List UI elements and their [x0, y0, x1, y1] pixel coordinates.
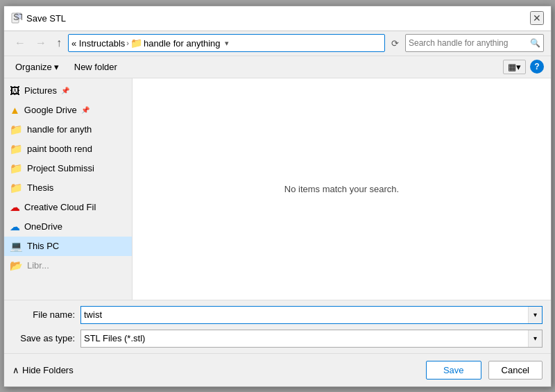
libraries-icon: 📂 [10, 259, 23, 272]
filename-input[interactable] [81, 309, 528, 320]
new-folder-button[interactable]: New folder [70, 60, 121, 74]
sidebar-item-creative-cloud[interactable]: ☁ Creative Cloud Fil [4, 198, 132, 217]
pictures-icon: 🖼 [10, 85, 20, 96]
sidebar-item-onedrive[interactable]: ☁ OneDrive [4, 217, 132, 237]
hide-folders-label: Hide Folders [22, 365, 74, 375]
folder-icon-project: 📁 [10, 162, 23, 175]
sidebar-item-project[interactable]: 📁 Project Submissi [4, 159, 132, 178]
organize-button[interactable]: Organize ▾ [11, 60, 63, 74]
cancel-button[interactable]: Cancel [488, 361, 543, 380]
content-area: No items match your search. [133, 78, 551, 300]
folder-icon-thesis: 📁 [10, 182, 23, 194]
savetype-select-wrapper: STL Files (*.stl) ▾ [80, 330, 543, 348]
organize-chevron: ▾ [54, 62, 59, 72]
breadcrumb-separator: › [126, 39, 129, 47]
creative-cloud-icon: ☁ [10, 201, 20, 214]
close-button[interactable]: ✕ [530, 11, 544, 25]
breadcrumb: « Instructabls › 📁 handle for anything [71, 37, 221, 49]
folder-icon: 📁 [130, 37, 142, 49]
empty-message: No items match your search. [284, 184, 399, 194]
sidebar: 🖼 Pictures 📌 ▲ Google Drive 📌 📁 handle f… [4, 78, 133, 300]
title-bar: STL Save STL ✕ [4, 6, 551, 31]
search-bar: 🔍 [405, 34, 544, 52]
savetype-dropdown[interactable]: ▾ [528, 330, 542, 347]
sidebar-item-thesis[interactable]: 📁 Thesis [4, 178, 132, 198]
main-content: 🖼 Pictures 📌 ▲ Google Drive 📌 📁 handle f… [4, 78, 551, 300]
stl-icon: STL [11, 12, 22, 24]
search-input[interactable] [409, 38, 530, 48]
action-bar-right: ▦ ▾ ? [503, 60, 544, 74]
view-button[interactable]: ▦ ▾ [503, 60, 526, 74]
footer: ∧ Hide Folders Save Cancel [4, 353, 551, 386]
filename-row: File name: ▾ [12, 306, 543, 324]
action-bar-left: Organize ▾ New folder [11, 60, 121, 74]
sidebar-item-this-pc[interactable]: 💻 This PC [4, 237, 132, 256]
address-bar: « Instructabls › 📁 handle for anything ▾ [68, 34, 385, 52]
folder-icon-handle: 📁 [10, 123, 23, 136]
sidebar-item-pictures[interactable]: 🖼 Pictures 📌 [4, 81, 132, 101]
footer-buttons: Save Cancel [426, 361, 543, 380]
filename-dropdown[interactable]: ▾ [528, 307, 542, 323]
sidebar-item-google-drive[interactable]: ▲ Google Drive 📌 [4, 101, 132, 120]
hide-folders-chevron: ∧ [12, 365, 19, 375]
filename-input-wrapper: ▾ [80, 306, 543, 324]
sidebar-item-libraries[interactable]: 📂 Libr... [4, 256, 132, 275]
this-pc-icon: 💻 [10, 240, 23, 253]
hide-folders-button[interactable]: ∧ Hide Folders [12, 365, 74, 375]
savetype-value: STL Files (*.stl) [81, 333, 528, 343]
pin-icon-2: 📌 [81, 106, 89, 114]
svg-text:STL: STL [13, 12, 22, 22]
back-button[interactable]: ← [11, 35, 29, 51]
save-button[interactable]: Save [426, 361, 481, 380]
sidebar-item-paint-booth[interactable]: 📁 paint booth rend [4, 139, 132, 159]
toolbar: ← → ↑ « Instructabls › 📁 handle for anyt… [4, 31, 551, 56]
filename-label: File name: [12, 309, 75, 320]
breadcrumb-root: « Instructabls [71, 38, 125, 49]
view-chevron: ▾ [516, 62, 521, 72]
save-dialog: STL Save STL ✕ ← → ↑ « Instructabls › 📁 … [3, 6, 552, 387]
breadcrumb-dropdown[interactable]: ▾ [223, 39, 230, 48]
savetype-label: Save as type: [12, 333, 75, 343]
bottom-bar: File name: ▾ Save as type: STL Files (*.… [4, 300, 551, 353]
onedrive-icon: ☁ [10, 221, 20, 233]
breadcrumb-current: handle for anything [144, 38, 221, 49]
view-icon: ▦ [508, 62, 516, 72]
action-bar: Organize ▾ New folder ▦ ▾ ? [4, 56, 551, 78]
title-bar-left: STL Save STL [11, 12, 66, 24]
folder-icon-paint: 📁 [10, 143, 23, 155]
organize-label: Organize [15, 62, 52, 72]
savetype-row: Save as type: STL Files (*.stl) ▾ [12, 330, 543, 348]
sidebar-item-handle[interactable]: 📁 handle for anyth [4, 120, 132, 139]
help-button[interactable]: ? [530, 60, 544, 74]
refresh-button[interactable]: ⟳ [388, 37, 402, 50]
forward-button[interactable]: → [32, 35, 50, 51]
search-icon: 🔍 [530, 38, 540, 48]
up-button[interactable]: ↑ [53, 35, 65, 51]
gdrive-icon: ▲ [10, 104, 20, 116]
pin-icon: 📌 [61, 87, 69, 94]
dialog-title: Save STL [26, 13, 66, 24]
